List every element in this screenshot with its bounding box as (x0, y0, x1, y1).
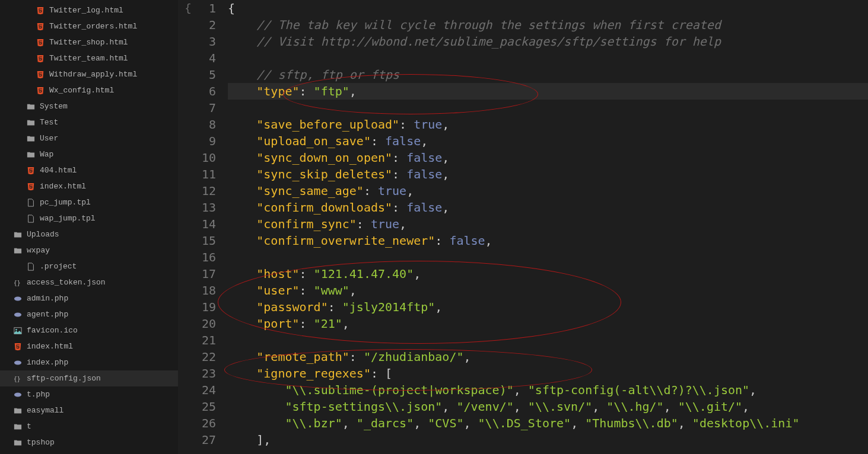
folder-icon (26, 150, 36, 159)
code-token (228, 234, 256, 248)
file-tree-item[interactable]: {}sftp-config.json (0, 370, 178, 386)
file-tree-item[interactable]: 404.html (0, 162, 178, 178)
file-tree-sidebar[interactable]: Twitter_log.htmlTwitter_orders.htmlTwitt… (0, 0, 178, 454)
file-tree-item[interactable]: favicon.ico (0, 322, 178, 338)
file-tree-item[interactable]: Twitter_orders.html (0, 18, 178, 34)
code-editor[interactable]: { 12345678910111213141516171819202122232… (178, 0, 868, 454)
code-line[interactable]: "sftp-settings\\.json", "/venv/", "\\.sv… (228, 398, 868, 415)
code-line[interactable]: "confirm_overwrite_newer": false, (228, 232, 868, 249)
code-area[interactable]: { // The tab key will cycle through the … (224, 0, 868, 454)
svg-point-5 (14, 360, 21, 365)
file-tree-item[interactable]: pc_jump.tpl (0, 194, 178, 210)
json-icon: {} (13, 278, 23, 287)
code-line[interactable]: "sync_same_age": true, (228, 183, 868, 199)
file-tree-item[interactable]: System (0, 98, 178, 114)
file-tree-label: tpshop (27, 438, 55, 447)
code-line[interactable] (228, 249, 868, 266)
code-token: : (300, 316, 314, 331)
file-tree-item[interactable]: Twitter_log.html (0, 2, 178, 18)
code-token (228, 267, 256, 281)
code-token: : (328, 300, 342, 314)
file-tree-item[interactable]: wap_jump.tpl (0, 210, 178, 226)
file-icon (26, 262, 36, 271)
file-tree-item[interactable]: Wx_config.html (0, 82, 178, 98)
code-line[interactable]: "type": "ftp", (228, 83, 868, 100)
code-line[interactable] (228, 50, 868, 66)
file-tree-item[interactable]: easymall (0, 402, 178, 418)
file-tree-label: t.php (27, 390, 50, 399)
file-tree-item[interactable]: Wap (0, 146, 178, 162)
file-tree-item[interactable]: tpshop (0, 434, 178, 450)
code-line[interactable]: "confirm_downloads": false, (228, 199, 868, 216)
php-icon (13, 294, 23, 303)
code-token: // sftp, ftp or ftps (256, 68, 399, 82)
file-tree-label: index.html (27, 342, 73, 351)
code-token: , (349, 84, 357, 98)
code-token: , (349, 283, 357, 298)
code-token: , (463, 416, 478, 430)
file-tree-item[interactable]: {}access_token.json (0, 274, 178, 290)
code-token (228, 300, 256, 314)
line-number: 1 (202, 0, 216, 17)
line-number: 20 (202, 315, 216, 332)
code-line[interactable]: "user": "www", (228, 282, 868, 299)
file-tree-item[interactable]: agent.php (0, 306, 178, 322)
code-line[interactable]: { (228, 0, 868, 17)
code-token: "_darcs" (357, 416, 414, 430)
code-token: "CVS" (428, 416, 463, 430)
code-line[interactable]: "upload_on_save": false, (228, 133, 868, 149)
code-line[interactable]: "host": "121.41.47.40", (228, 266, 868, 282)
file-tree-label: Wx_config.html (49, 86, 114, 95)
line-number: 11 (202, 166, 216, 183)
code-line[interactable]: // The tab key will cycle through the se… (228, 17, 868, 33)
code-token: "confirm_overwrite_newer" (256, 234, 435, 248)
file-tree-item[interactable]: t (0, 418, 178, 434)
code-line[interactable]: "confirm_sync": true, (228, 216, 868, 232)
code-token: : (371, 366, 385, 381)
line-number: 18 (202, 282, 216, 299)
code-token (228, 151, 256, 165)
file-tree-item[interactable]: index.php (0, 354, 178, 370)
line-number: 24 (202, 382, 216, 398)
code-line[interactable]: "sync_down_on_open": false, (228, 149, 868, 166)
file-tree-item[interactable]: admin.php (0, 290, 178, 306)
file-tree-label: Twitter_team.html (49, 54, 128, 63)
file-tree-item[interactable]: Twitter_team.html (0, 50, 178, 66)
code-line[interactable] (228, 100, 868, 116)
html-icon (26, 182, 36, 191)
code-line[interactable]: "\\.sublime-(project|workspace)", "sftp-… (228, 382, 868, 398)
line-number: 21 (202, 332, 216, 349)
line-number: 6 (202, 83, 216, 100)
code-line[interactable]: // Visit http://wbond.net/sublime_packag… (228, 33, 868, 50)
file-tree-item[interactable]: wxpay (0, 242, 178, 258)
file-tree-item[interactable]: User (0, 130, 178, 146)
code-line[interactable]: // sftp, ftp or ftps (228, 66, 868, 83)
code-token: "desktop\\.ini" (692, 416, 800, 430)
file-tree-label: sftp-config.json (27, 374, 101, 383)
file-tree-item[interactable]: .project (0, 258, 178, 274)
code-line[interactable]: ], (228, 431, 868, 448)
file-tree-item[interactable]: index.html (0, 338, 178, 354)
code-line[interactable]: "port": "21", (228, 315, 868, 332)
file-tree-label: Twitter_shop.html (49, 38, 128, 47)
file-tree-item[interactable]: Withdraw_apply.html (0, 66, 178, 82)
code-line[interactable]: "remote_path": "/zhudianbao/", (228, 349, 868, 365)
code-line[interactable]: "password": "jsly2014ftp", (228, 299, 868, 315)
file-tree-item[interactable]: Uploads (0, 226, 178, 242)
code-token: , (514, 383, 528, 397)
file-tree-item[interactable]: Test (0, 114, 178, 130)
file-tree-item[interactable]: t.php (0, 386, 178, 402)
code-token: true (378, 184, 406, 198)
file-tree-item[interactable]: Twitter_shop.html (0, 34, 178, 50)
code-line[interactable]: "sync_skip_deletes": false, (228, 166, 868, 183)
code-token: "Thumbs\\.db" (585, 416, 678, 430)
code-line[interactable]: "save_before_upload": true, (228, 116, 868, 133)
code-line[interactable] (228, 332, 868, 349)
code-token (228, 184, 256, 198)
folder-icon (26, 118, 36, 127)
file-tree-item[interactable]: index.html (0, 178, 178, 194)
code-token: "sync_same_age" (256, 184, 364, 198)
code-line[interactable]: "ignore_regexes": [ (228, 365, 868, 382)
code-line[interactable]: "\\.bzr", "_darcs", "CVS", "\\.DS_Store"… (228, 415, 868, 431)
line-number: 16 (202, 249, 216, 266)
